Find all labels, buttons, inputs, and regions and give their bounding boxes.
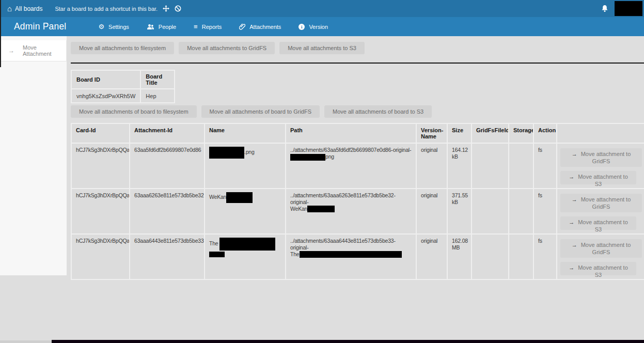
cell-storage — [509, 143, 533, 189]
attachment-row: hCJ7kSg3hDXrBpQQa63aaa6443e811e573db5be3… — [71, 234, 644, 279]
window-left-edge — [0, 0, 1, 67]
cell-attachment-id: 63aaa6263e811e573db5be32 — [130, 189, 205, 234]
main-content: Move all attachments to filesystem Move … — [71, 36, 644, 280]
tab-settings[interactable]: ⚙ Settings — [98, 23, 129, 30]
header-action: Action — [533, 123, 557, 143]
header-size: Size — [447, 123, 472, 143]
cell-action: fs — [533, 143, 557, 189]
home-icon: ⌂ — [7, 5, 12, 12]
cell-text: png — [325, 153, 334, 160]
move-attachment-to-gridfs-button[interactable]: →Move attachment to GridFS — [560, 239, 642, 258]
header-version-name: Version-Name — [416, 123, 447, 143]
cell-card-id: hCJ7kSg3hDXrBpQQa — [71, 189, 130, 234]
cell-version-name: original — [416, 143, 447, 189]
header-name: Name — [205, 123, 286, 143]
cell-attachment-id: 63aaa6443e811e573db5be33 — [130, 234, 205, 279]
move-icon[interactable] — [163, 5, 169, 12]
cell-action: fs — [533, 189, 557, 234]
cell-card-id: hCJ7kSg3hDXrBpQQa — [71, 234, 130, 279]
arrow-right-icon: → — [572, 196, 577, 202]
redacted-text — [209, 252, 225, 257]
cell-version-name: original — [416, 189, 447, 234]
header-card-id: Card-Id — [71, 123, 130, 143]
admin-header: Admin Panel ⚙ Settings People ≡ Reports — [0, 17, 644, 36]
arrow-right-icon: → — [572, 242, 577, 248]
list-icon: ≡ — [194, 23, 198, 30]
cell-name: .png — [205, 143, 286, 189]
cell-gridfsfileid — [472, 234, 509, 279]
board-buttons-row: Move all attachments of board to filesys… — [71, 105, 644, 118]
cell-size: 162.08 MB — [447, 234, 472, 279]
cell-text: ../attachments/63aaa6263e811e573db5be32-… — [290, 192, 396, 205]
cell-text: .png — [244, 149, 255, 155]
redacted-text — [219, 238, 275, 251]
cell-path: ../attachments/63aaa6443e811e573db5be33-… — [286, 234, 416, 279]
tab-people[interactable]: People — [147, 24, 176, 30]
cell-action: fs — [533, 234, 557, 279]
cell-gridfsfileid — [472, 189, 509, 234]
info-icon: i — [299, 24, 305, 30]
move-attachment-to-gridfs-button[interactable]: →Move attachment to GridFS — [560, 194, 642, 212]
redacted-text — [307, 206, 335, 212]
ban-icon[interactable] — [175, 5, 181, 12]
button-label: Move attachment to GridFS — [581, 196, 631, 210]
board-title-header: Board Title — [140, 70, 175, 89]
cell-text: WeKan — [209, 194, 226, 200]
cell-row-buttons: →Move attachment to GridFS→Move attachme… — [557, 234, 644, 279]
button-label: Move attachment to GridFS — [581, 151, 631, 164]
bottom-dark-bar — [52, 340, 644, 343]
tab-attachments[interactable]: Attachments — [239, 23, 281, 30]
button-label: Move attachment to S3 — [578, 174, 628, 187]
tab-label: Version — [309, 24, 328, 30]
tab-version[interactable]: i Version — [299, 24, 328, 30]
attachment-row: hCJ7kSg3hDXrBpQQa63aaa6263e811e573db5be3… — [71, 189, 644, 234]
board-id-cell: vnhg5KsZsdPwXRh5W — [71, 89, 140, 103]
move-attachment-to-s3-button[interactable]: →Move attachment to S3 — [560, 262, 636, 275]
attachments-table-body: hCJ7kSg3hDXrBpQQa63aa5fd6df2b6699807e0d8… — [71, 143, 644, 279]
divider-line — [71, 63, 644, 64]
cell-card-id: hCJ7kSg3hDXrBpQQa — [71, 143, 130, 189]
move-board-to-filesystem-button[interactable]: Move all attachments of board to filesys… — [71, 105, 197, 118]
arrow-right-icon: → — [569, 174, 574, 180]
cell-name: WeKan — [205, 189, 286, 234]
move-board-to-s3-button[interactable]: Move all attachments of board to S3 — [324, 105, 432, 118]
cell-row-buttons: →Move attachment to GridFS→Move attachme… — [557, 189, 644, 234]
tab-reports[interactable]: ≡ Reports — [194, 23, 222, 30]
move-board-to-gridfs-button[interactable]: Move all attachments of board to GridFS — [201, 105, 320, 118]
move-all-to-filesystem-button[interactable]: Move all attachments to filesystem — [71, 42, 174, 54]
button-label: Move attachment to S3 — [578, 264, 628, 278]
attachments-header-row: Card-Id Attachment-Id Name Path Version-… — [71, 123, 644, 143]
cell-path: ../attachments/63aa5fd6df2b6699807e0d86-… — [286, 143, 416, 189]
bottom-left-strip — [0, 340, 52, 343]
bell-icon[interactable] — [601, 5, 608, 12]
cell-storage — [509, 234, 533, 279]
header-storage: Storage — [509, 123, 533, 143]
arrow-right-icon: → — [569, 264, 574, 271]
cell-storage — [509, 189, 533, 234]
move-attachment-to-s3-button[interactable]: →Move attachment to S3 — [560, 171, 636, 184]
sidebar-item-move-attachment[interactable]: → Move Attachment — [0, 40, 67, 61]
wekan-admin-screen: ⌂ All boards Star a board to add a short… — [0, 0, 644, 343]
star-hint-text: Star a board to add a shortcut in this b… — [55, 6, 158, 12]
move-all-to-gridfs-button[interactable]: Move all attachments to GridFS — [179, 42, 275, 54]
move-attachment-to-gridfs-button[interactable]: →Move attachment to GridFS — [560, 148, 642, 167]
cell-row-buttons: →Move attachment to GridFS→Move attachme… — [557, 143, 644, 189]
global-buttons-row: Move all attachments to filesystem Move … — [71, 42, 644, 54]
arrow-right-icon: → — [569, 219, 574, 225]
header-attachment-id: Attachment-Id — [130, 123, 205, 143]
arrow-right-icon: → — [572, 151, 577, 157]
button-label: Move attachment to S3 — [578, 219, 628, 232]
header-buttons — [557, 123, 644, 143]
header-gridfsfileid: GridFsFileId — [472, 123, 509, 143]
paperclip-icon — [239, 23, 245, 30]
cell-text: WeKan — [290, 206, 307, 212]
redacted-text — [300, 251, 402, 258]
admin-nav: ⚙ Settings People ≡ Reports Attachments — [98, 23, 328, 30]
cell-version-name: original — [416, 234, 447, 279]
all-boards-label: All boards — [15, 5, 42, 12]
cell-gridfsfileid — [472, 143, 509, 189]
cell-text: The — [290, 251, 300, 257]
all-boards-link[interactable]: ⌂ All boards — [7, 5, 42, 12]
move-all-to-s3-button[interactable]: Move all attachments to S3 — [279, 42, 365, 54]
move-attachment-to-s3-button[interactable]: →Move attachment to S3 — [560, 216, 636, 230]
